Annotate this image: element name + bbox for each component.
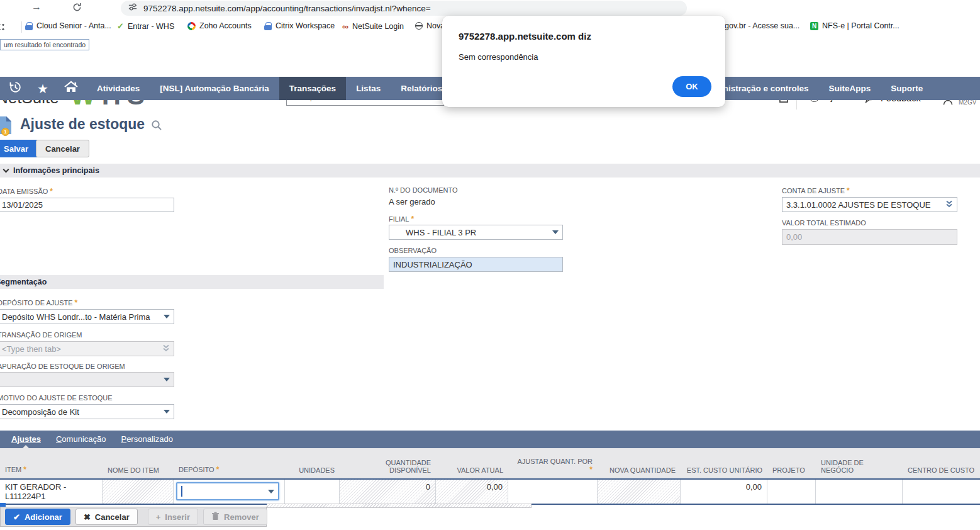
cell-quantidade-disponivel: 0	[340, 480, 436, 504]
search-result-tooltip: um resultado foi encontrado	[0, 39, 89, 50]
remove-line-label: Remover	[224, 512, 259, 522]
valor-total-label: VALOR TOTAL ESTIMADO	[782, 219, 866, 227]
bookmark-label: Zoho Accounts	[199, 21, 252, 30]
address-bar[interactable]: 9752278.app.netsuite.com/app/accounting/…	[121, 1, 687, 16]
tab-ajustes[interactable]: Ajustes	[4, 431, 48, 448]
zoho-icon	[187, 22, 196, 30]
motivo-label: MOTIVO DO AJUSTE DE ESTOQUE	[0, 394, 113, 402]
nav-suiteapps[interactable]: SuiteApps	[819, 77, 881, 100]
bookmark-entrar-whs[interactable]: ✓ Entrar - WHS	[117, 21, 174, 31]
browser-url-bar: → 9752278.app.netsuite.com/app/accountin…	[0, 0, 980, 16]
section-informacoes-principais[interactable]: Informações principais	[0, 164, 980, 178]
data-emissao-field[interactable]	[0, 198, 174, 212]
observacao-field[interactable]	[389, 257, 563, 272]
col-ajustar-quant-por: AJUSTAR QUANT. POR*	[508, 448, 598, 478]
double-chevron-icon	[945, 200, 953, 210]
cancel-line-button[interactable]: ✖ Cancelar	[75, 509, 138, 525]
tab-comunicacao[interactable]: Comunicação	[48, 431, 114, 448]
cell-projeto[interactable]	[767, 480, 816, 504]
nav-listas[interactable]: Listas	[346, 77, 391, 100]
observacao-label: OBSERVAÇÃO	[389, 247, 437, 254]
cell-est-custo-unitario[interactable]: 0,00	[681, 480, 767, 504]
home-icon[interactable]	[64, 81, 79, 96]
col-unidades: UNIDADES	[285, 448, 340, 478]
nav-suporte[interactable]: Suporte	[881, 77, 933, 100]
col-valor-atual: VALOR ATUAL	[436, 448, 508, 478]
col-nova-quantidade: NOVA QUANTIDADE	[598, 448, 681, 478]
transacao-origem-placeholder: <Type then tab>	[2, 344, 61, 354]
bookmark-label: NetSuite Login	[352, 22, 404, 31]
apuracao-origem-select[interactable]	[0, 372, 174, 387]
sublist-scroll-strip[interactable]	[267, 504, 532, 508]
browser-alert-dialog: 9752278.app.netsuite.com diz Sem corresp…	[442, 16, 725, 107]
divider	[21, 21, 22, 33]
site-info-icon[interactable]	[128, 3, 137, 14]
cell-item[interactable]: KIT GERADOR - L111224P1	[0, 480, 103, 504]
dialog-title: 9752278.app.netsuite.com diz	[459, 31, 591, 42]
sublist-tabs: Ajustes Comunicação Personalizado	[0, 431, 980, 448]
dialog-ok-button[interactable]: OK	[672, 76, 711, 97]
table-header: ITEM* NOME DO ITEM DEPÓSITO* UNIDADES QU…	[0, 448, 980, 478]
bookmark-citrix[interactable]: Citrix Workspace	[264, 21, 335, 30]
apps-grid-icon[interactable]	[0, 23, 5, 31]
title-search-icon[interactable]	[151, 120, 162, 133]
documento-value: A ser gerado	[389, 197, 435, 206]
chevron-down-icon	[3, 167, 9, 173]
documento-label: N.º DO DOCUMENTO	[389, 186, 458, 194]
deposito-cell-input[interactable]	[176, 482, 279, 500]
cell-ajustar-quant-por[interactable]	[508, 480, 598, 504]
bookmark-gov-br[interactable]: gov.br - Acesse sua...	[725, 21, 799, 30]
nav-nsl-automacao[interactable]: [NSL] Automação Bancária	[150, 77, 279, 100]
nav-atividades[interactable]: Atividades	[87, 77, 150, 100]
dropdown-arrow-icon	[164, 410, 170, 414]
page-title: Ajuste de estoque	[20, 116, 145, 133]
trash-icon	[211, 512, 220, 522]
filial-value: WHS - FILIAL 3 PR	[393, 228, 476, 237]
bookmark-netsuite-login[interactable]: ∞ NetSuite Login	[342, 21, 404, 31]
col-est-custo-unitario: EST. CUSTO UNITÁRIO	[681, 448, 767, 478]
data-emissao-label: DATA EMISSÃO*	[0, 187, 53, 196]
remove-line-button[interactable]: Remover	[203, 509, 267, 525]
bookmark-nfse[interactable]: N NFS-e | Portal Contr...	[810, 21, 899, 30]
globe-icon	[415, 22, 423, 30]
bookmark-zoho[interactable]: Zoho Accounts	[187, 21, 252, 30]
history-icon[interactable]	[9, 81, 22, 97]
section-title: Informações principais	[13, 166, 99, 175]
tab-personalizado[interactable]: Personalizado	[113, 431, 180, 448]
favorites-star-icon[interactable]: ★	[37, 81, 48, 96]
col-nome-do-item: NOME DO ITEM	[103, 448, 174, 478]
deposito-ajuste-value: Depósito WHS Londr...to - Matéria Prima	[2, 312, 150, 322]
deposito-ajuste-label: DEPÓSITO DE AJUSTE*	[0, 298, 77, 307]
bookmark-label: NFS-e | Portal Contr...	[822, 21, 899, 30]
col-centro-de-custo: CENTRO DE CUSTO	[903, 448, 980, 478]
cancel-button[interactable]: Cancelar	[36, 140, 89, 157]
add-line-button[interactable]: ✔ Adicionar	[5, 509, 70, 525]
transacao-origem-combo[interactable]: <Type then tab>	[0, 341, 174, 356]
cell-centro-de-custo[interactable]	[903, 480, 980, 504]
forward-icon[interactable]: →	[31, 1, 42, 13]
dropdown-arrow-icon	[164, 378, 170, 381]
double-chevron-icon	[162, 344, 170, 354]
motivo-select[interactable]: Decomposição de Kit	[0, 404, 174, 419]
insert-line-button[interactable]: + Inserir	[148, 509, 198, 525]
infinity-icon: ∞	[342, 21, 348, 31]
section-segmentacao[interactable]: Segmentação	[0, 275, 384, 289]
nav-transacoes[interactable]: Transações	[279, 77, 346, 100]
filial-label: FILIAL*	[389, 215, 414, 223]
bookmark-label: gov.br - Acesse sua...	[725, 21, 799, 30]
apuracao-origem-label: APURAÇÃO DE ESTOQUE DE ORIGEM	[0, 363, 125, 370]
cell-unidades[interactable]	[285, 480, 340, 504]
url-text: 9752278.app.netsuite.com/app/accounting/…	[143, 4, 431, 13]
save-button[interactable]: Salvar	[0, 140, 38, 157]
deposito-ajuste-select[interactable]: Depósito WHS Londr...to - Matéria Prima	[0, 309, 174, 324]
bookmark-cloud-senior[interactable]: Cloud Senior - Anta...	[25, 21, 111, 30]
whs-check-icon: ✓	[117, 21, 124, 31]
cell-unidade-de-negocio[interactable]	[816, 480, 903, 504]
bookmark-nova[interactable]: Nova	[415, 21, 445, 30]
bookmark-label: Citrix Workspace	[276, 21, 335, 30]
conta-ajuste-combo[interactable]: 3.3.1.01.0002 AJUSTES DE ESTOQUE	[782, 197, 957, 212]
conta-ajuste-value: 3.3.1.01.0002 AJUSTES DE ESTOQUE	[786, 200, 931, 210]
lock-icon	[25, 22, 33, 30]
reload-icon[interactable]	[72, 3, 82, 14]
filial-select[interactable]: WHS - FILIAL 3 PR	[389, 225, 563, 240]
